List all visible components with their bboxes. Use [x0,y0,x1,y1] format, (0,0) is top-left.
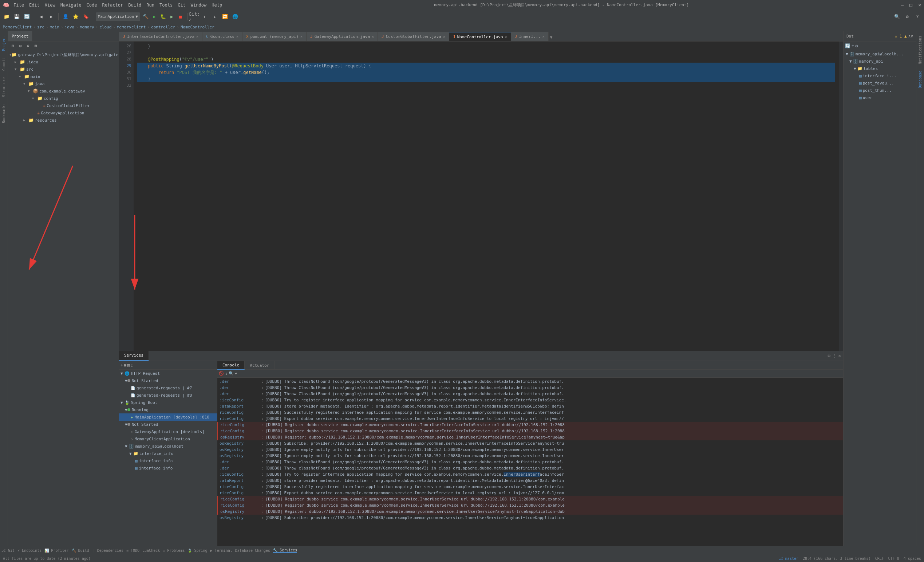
tab-gson[interactable]: C Gson.class ✕ [202,32,243,41]
status-position[interactable]: 28:4 (166 chars, 3 line breaks) [803,556,871,560]
tab-close[interactable]: ✕ [196,35,198,39]
tree-resources[interactable]: ▶ 📁 resources [8,117,118,124]
git-btn[interactable]: Git: ✓ [190,12,199,21]
window-controls[interactable]: — □ ✕ [901,2,921,8]
db-item-interface[interactable]: ▦ interface_i... [843,72,916,80]
menu-edit[interactable]: Edit [29,3,40,8]
tab-inneri[interactable]: J InnerI... ✕ [511,32,549,41]
services-not-started-1[interactable]: ▼ Not Started [119,377,217,384]
menu-build[interactable]: Build [128,3,141,8]
sync-btn[interactable]: 🔄 [22,12,31,21]
tab-close-3[interactable]: ✕ [300,35,303,39]
toolbar-btn-5[interactable]: 🔖 [81,12,90,21]
expand-btn[interactable]: ⊞ [32,43,39,49]
git-bottom-tab[interactable]: ⎇ Git [2,548,15,553]
settings-btn[interactable]: ⚙ [25,43,31,49]
structure-tab[interactable]: Structure [1,74,6,100]
tab-namecontroller[interactable]: J NameController.java ✕ [449,32,511,41]
breadcrumb-src[interactable]: src [37,25,44,30]
endpoints-tab[interactable]: ⚡ Endpoints [18,548,42,553]
db-nav-up[interactable]: ∧ [908,34,911,39]
menu-file[interactable]: File [14,3,24,8]
services-tab[interactable]: Services [119,351,149,361]
minimize-btn[interactable]: — [901,2,904,8]
tab-close-2[interactable]: ✕ [236,35,238,39]
log-wrap-btn[interactable]: ↩ [235,371,237,376]
services-interface-info-1[interactable]: ▦ interface info [119,457,217,464]
menu-bar[interactable]: File Edit View Navigate Code Refactor Bu… [14,3,222,8]
log-filter-btn[interactable]: 🔍 [229,371,234,376]
coverage-btn[interactable]: ▶ [168,13,176,21]
services-mainapplication[interactable]: ▶ MainApplication [devtools] :810 [119,413,217,421]
db-refresh[interactable]: 🔄 [845,44,850,48]
status-crlf[interactable]: CRLF [875,556,884,560]
open-btn[interactable]: 📁 [2,12,11,21]
notifications-tab[interactable]: Notifications [918,33,923,67]
git-branch[interactable]: ⎇ master [779,556,798,560]
services-interface-info-2[interactable]: ▦ interface info [119,464,217,472]
services-layout-btn[interactable]: ▤ [127,363,130,368]
menu-git[interactable]: Git [178,3,186,8]
more-tabs-btn[interactable]: ▼ [549,33,554,41]
services-memoryclientapplication[interactable]: ▷ MemoryClientApplication [119,435,217,443]
console-tab[interactable]: Console [218,361,244,370]
tab-interfaceinfocontroller[interactable]: J InterfaceInfoController.java ✕ [119,32,202,41]
services-add-btn[interactable]: + [120,363,123,368]
services-http-request[interactable]: ▼ 🌐 HTTP Request [119,370,217,377]
tree-src[interactable]: ▼ 📁 src [8,66,118,73]
db-item-memory-api[interactable]: ▼ 🗄️ memory_api [843,57,916,65]
tab-close-6[interactable]: ✕ [505,35,507,39]
collapse-all-btn[interactable]: ⊟ [9,43,16,49]
services-bottom-tab[interactable]: 🔧 Services [273,548,297,553]
tree-gatewayapplication[interactable]: ☕ GatewayApplication [8,109,118,117]
db-item-tables[interactable]: ▼ 📁 tables [843,65,916,72]
editor-scrollbar[interactable] [839,42,843,351]
tree-idea[interactable]: ▶ 📁 .idea [8,58,118,66]
maximize-btn[interactable]: □ [909,2,912,8]
db-add[interactable]: + [852,44,854,48]
breadcrumb-namecontroller[interactable]: NameController [181,25,214,30]
run-btn[interactable]: ▶ [150,13,158,21]
menu-code[interactable]: Code [87,3,97,8]
locate-btn[interactable]: ◎ [17,43,24,49]
tree-customglobalfilter[interactable]: ☕ CustomGlobalFilter [8,102,118,109]
services-running[interactable]: ▼ Running [119,406,217,413]
tab-close-5[interactable]: ✕ [443,35,445,39]
status-indent[interactable]: 4 spaces [904,556,921,560]
terminal-tab[interactable]: ▶ Terminal [210,548,232,553]
services-sort-btn[interactable]: ↕ [131,363,133,368]
db-settings-icon[interactable]: ⚙ [855,44,858,48]
forward-btn[interactable]: ▶ [47,12,56,21]
tab-pom[interactable]: X pom.xml (memory_api) ✕ [243,32,306,41]
breadcrumb-memory[interactable]: memory [80,25,94,30]
breadcrumb-memoryclient2[interactable]: memoryclient [117,25,146,30]
update-btn[interactable]: 🔁 [220,12,230,21]
bookmarks-tab[interactable]: Bookmarks [1,101,6,126]
menu-refactor[interactable]: Refactor [102,3,123,8]
panel-settings[interactable]: ⚙ [828,353,830,358]
breadcrumb-cloud[interactable]: cloud [99,25,111,30]
services-filter-btn[interactable]: ⊟ [124,363,126,368]
database-tab[interactable]: Database [918,68,923,91]
tree-gateway[interactable]: ▼ 📁 gateway D:\Project\星球项目\memory-api\g… [8,51,118,58]
panel-close-icon[interactable]: ✕ [838,353,841,358]
todo-tab[interactable]: ≡ TODO [126,548,140,553]
commit-tab[interactable]: Commit [1,55,6,74]
log-scroll-btn[interactable]: ↓ [225,371,228,376]
tab-gatewayapplication[interactable]: J GatewayApplication.java ✕ [306,32,378,41]
database-changes-tab[interactable]: Database Changes [235,548,270,553]
db-item-post-favour[interactable]: ▦ post_favou... [843,80,916,87]
tab-close-7[interactable]: ✕ [543,35,544,39]
toolbar-btn-3[interactable]: 👤 [61,12,70,21]
services-spring-boot[interactable]: ▼ 🍃 Spring Boot [119,399,217,406]
run-config-selector[interactable]: MainApplication ▼ [96,12,140,21]
dependencies-tab[interactable]: Dependencies [97,548,123,553]
menu-window[interactable]: Window [191,3,206,8]
settings-btn[interactable]: ⚙ [903,12,912,21]
luacheck-tab[interactable]: LuaCheck [142,548,160,553]
db-nav-down[interactable]: ∨ [910,34,913,39]
tree-main[interactable]: ▼ 📁 main [8,73,118,80]
tab-close-4[interactable]: ✕ [372,35,374,39]
tree-package[interactable]: ▼ 📦 com.example.gateway [8,87,118,95]
menu-help[interactable]: Help [212,3,222,8]
